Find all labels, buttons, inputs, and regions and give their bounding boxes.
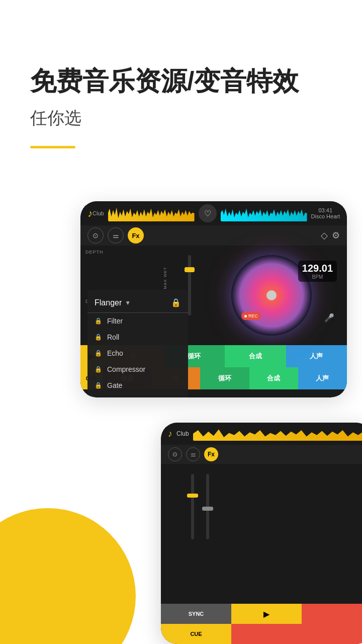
gear-icon[interactable]: ⚙: [332, 230, 340, 241]
bpm-display: 129.01 BPM: [298, 261, 337, 282]
dj2-pad-red-2[interactable]: [231, 624, 362, 644]
main-title: 免费音乐资源/变音特效: [30, 65, 332, 97]
waveform-right: [221, 205, 307, 221]
music-icon-2: ♪: [168, 429, 172, 439]
fader-thumb: [185, 267, 195, 272]
fx-button[interactable]: Fx: [128, 227, 144, 244]
gate-lock-icon: 🔒: [95, 382, 102, 389]
lock-icon: 🔒: [171, 298, 181, 307]
dj-app-screen-1: ♪ Club ♡ 03:41 Disco Heart ⊙ ⚌ Fx ◇ ⚙ DE…: [80, 201, 347, 397]
fx-item-filter-label: Filter: [107, 317, 123, 325]
fx-item-limiter[interactable]: 🔒 Limiter: [87, 393, 188, 397]
dj2-fx-button[interactable]: Fx: [204, 447, 218, 461]
mic-icon[interactable]: 🎤: [324, 313, 334, 323]
fx-item-filter[interactable]: 🔒 Filter: [87, 313, 188, 329]
fx-item-roll[interactable]: 🔒 Roll: [87, 329, 188, 345]
pad-vocal[interactable]: 人声: [286, 345, 347, 367]
depth-label-top: DEPTH: [85, 250, 191, 255]
track-time: 03:41: [319, 207, 333, 213]
dj2-fader-track-2[interactable]: [206, 474, 209, 539]
dj2-sync-button[interactable]: SYNC: [161, 604, 231, 624]
dj-deck: DEPTH DEPTH MAX WET Flanger ▼ 🔒: [80, 246, 347, 345]
bpm-label: BPM: [302, 274, 333, 280]
pad-loop-2[interactable]: 循环: [200, 367, 249, 389]
diamond-icon[interactable]: ◇: [321, 230, 328, 241]
dj2-pad-red-1[interactable]: [302, 604, 362, 624]
phone-mockup-2: ♪ Club ⊙ ⚌ Fx SYNC ▶: [161, 423, 362, 644]
decorative-circle: [0, 508, 136, 644]
dj-controls-row: ⊙ ⚌ Fx ◇ ⚙: [80, 225, 347, 246]
fader-container: [188, 251, 191, 320]
heartbeat-icon[interactable]: ♡: [199, 204, 217, 222]
yellow-divider: [30, 146, 75, 148]
fx-item-gate-label: Gate: [107, 381, 122, 389]
rec-button[interactable]: REC: [241, 312, 261, 320]
phone-mockup-1: ♪ Club ♡ 03:41 Disco Heart ⊙ ⚌ Fx ◇ ⚙ DE…: [80, 201, 347, 397]
bpm-value: 129.01: [302, 263, 333, 274]
fx-item-roll-label: Roll: [107, 333, 119, 341]
waveform-left: [108, 205, 195, 221]
dj-app-screen-2: ♪ Club ⊙ ⚌ Fx SYNC ▶: [161, 423, 362, 644]
dj2-deck: [161, 464, 362, 549]
fx-item-compressor-label: Compressor: [107, 365, 145, 373]
max-wet-label: MAX WET: [162, 267, 167, 289]
dj2-eq-button[interactable]: ⚌: [186, 447, 200, 461]
loop-button[interactable]: ⊙: [87, 227, 104, 244]
track-name-2: Club: [176, 430, 189, 437]
pad-synth-2[interactable]: 合成: [249, 367, 298, 389]
fx-selected-item[interactable]: Flanger ▼ 🔒: [87, 295, 188, 313]
fader-track[interactable]: [188, 255, 191, 315]
dj2-loop-button[interactable]: ⊙: [168, 447, 182, 461]
rec-dot-icon: [244, 315, 247, 317]
fx-selected-label: Flanger: [95, 298, 122, 307]
dj2-top-bar: ♪ Club: [161, 423, 362, 445]
dj2-fader-track-1[interactable]: [191, 474, 194, 539]
compressor-lock-icon: 🔒: [95, 366, 102, 373]
dj2-controls-row: ⊙ ⚌ Fx: [161, 445, 362, 464]
fx-item-gate[interactable]: 🔒 Gate: [87, 377, 188, 393]
echo-lock-icon: 🔒: [95, 350, 102, 357]
dj-top-bar: ♪ Club ♡ 03:41 Disco Heart: [80, 201, 347, 225]
dj2-pads-row-2: CUE: [161, 624, 362, 644]
fx-item-echo[interactable]: 🔒 Echo: [87, 345, 188, 361]
dj2-pads: SYNC ▶ CUE: [161, 604, 362, 644]
track-left-info: Club: [93, 210, 104, 216]
eq-button[interactable]: ⚌: [108, 227, 124, 244]
rec-label: REC: [248, 313, 258, 318]
fx-item-compressor[interactable]: 🔒 Compressor: [87, 361, 188, 377]
fx-item-echo-label: Echo: [107, 349, 123, 357]
sub-title: 任你选: [30, 107, 332, 130]
dropdown-arrow-icon: ▼: [125, 299, 131, 306]
dj2-cue-button[interactable]: CUE: [161, 624, 231, 644]
dj2-fader-thumb-2: [202, 507, 213, 511]
dj-right-panel: 129.01 BPM REC 🎤: [196, 246, 347, 345]
dj2-play-button[interactable]: ▶: [231, 604, 302, 624]
roll-lock-icon: 🔒: [95, 334, 102, 341]
music-icon: ♪: [87, 208, 93, 219]
track-left-name: Club: [93, 210, 104, 216]
track-right-info: 03:41 Disco Heart: [311, 207, 340, 219]
filter-lock-icon: 🔒: [95, 317, 102, 325]
track-right-name: Disco Heart: [311, 213, 340, 219]
pad-vocal-2[interactable]: 人声: [298, 367, 347, 389]
header-section: 免费音乐资源/变音特效 任你选: [30, 65, 332, 148]
dj2-fader-thumb-1: [187, 494, 198, 498]
waveform-2: [193, 427, 362, 441]
dj2-pads-row-1: SYNC ▶: [161, 604, 362, 624]
fx-dropdown[interactable]: Flanger ▼ 🔒 🔒 Filter 🔒 Roll 🔒 Echo: [87, 290, 188, 397]
pad-synth[interactable]: 合成: [225, 345, 286, 367]
